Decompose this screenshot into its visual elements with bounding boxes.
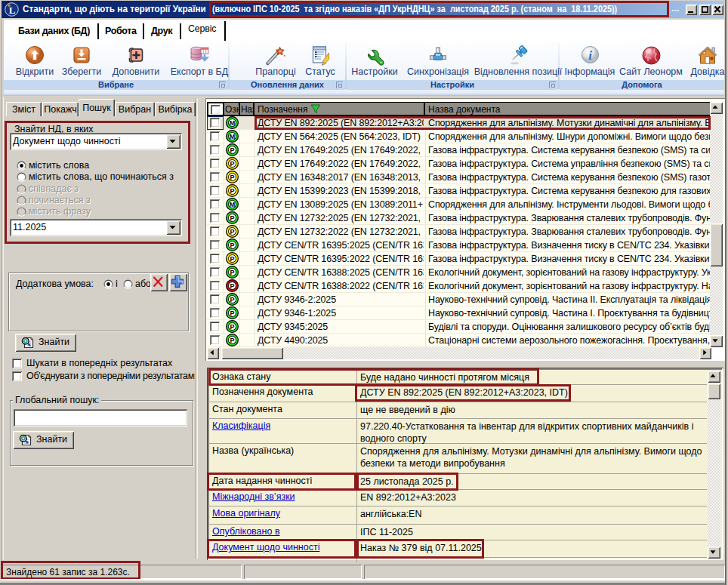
svg-text:Р: Р bbox=[230, 214, 234, 222]
svg-text:Р: Р bbox=[230, 228, 234, 236]
svg-text:Р: Р bbox=[230, 269, 234, 276]
svg-text:Р: Р bbox=[230, 146, 234, 154]
svg-text:М: М bbox=[230, 201, 236, 208]
svg-text:Р: Р bbox=[230, 282, 234, 290]
svg-text:Р: Р bbox=[230, 242, 234, 249]
svg-text:Р: Р bbox=[230, 309, 234, 317]
svg-text:Р: Р bbox=[230, 323, 234, 331]
svg-text:Р: Р bbox=[230, 174, 234, 181]
svg-text:М: М bbox=[230, 119, 236, 127]
svg-text:Р: Р bbox=[230, 255, 234, 263]
svg-text:i: i bbox=[588, 48, 592, 63]
svg-text:М: М bbox=[230, 133, 236, 140]
svg-text:Р: Р bbox=[230, 187, 234, 195]
svg-text:Р: Р bbox=[230, 296, 234, 303]
svg-text:Р: Р bbox=[230, 160, 234, 168]
svg-text:Р: Р bbox=[230, 337, 234, 344]
